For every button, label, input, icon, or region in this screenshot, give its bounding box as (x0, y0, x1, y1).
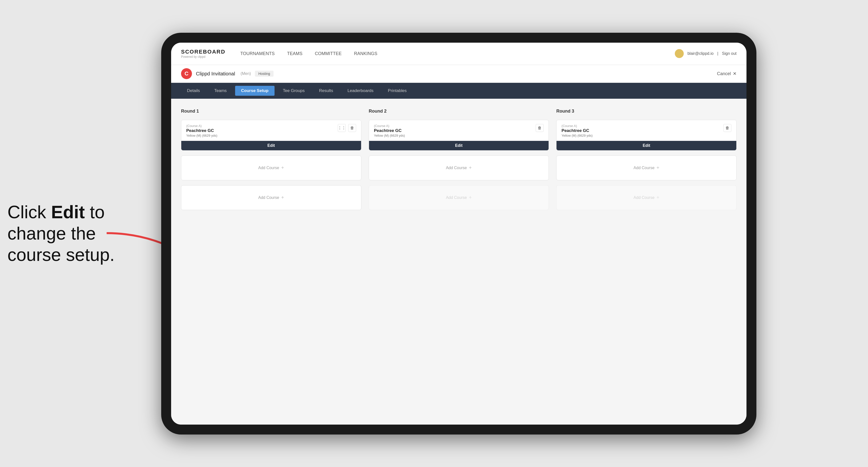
round-1-course-actions: ⋮⋮ 🗑 (338, 124, 356, 132)
tournament-gender: (Men) (241, 71, 251, 76)
nav-tournaments[interactable]: TOURNAMENTS (240, 51, 275, 56)
rounds-grid: Round 1 (Course A) Peachtree GC Yellow (… (181, 108, 737, 210)
tab-leaderboards[interactable]: Leaderboards (341, 86, 379, 96)
round-2-course-header: (Course A) Peachtree GC Yellow (M) (6629… (369, 120, 549, 141)
round-3-course-card: (Course A) Peachtree GC Yellow (M) (6629… (556, 120, 737, 151)
sign-out-separator: | (717, 51, 718, 56)
round-2-course-label: (Course A) (374, 124, 405, 128)
round-1-add-course-2[interactable]: Add Course + (181, 185, 361, 210)
round-3-course-actions: 🗑 (723, 124, 731, 132)
round-3-add-course-2: Add Course + (556, 185, 737, 210)
nav-teams[interactable]: TEAMS (287, 51, 303, 56)
user-email: blair@clippd.io (687, 51, 713, 56)
round-1-add-course-2-label: Add Course (258, 195, 279, 200)
round-3-add-plus-1-icon: + (656, 165, 659, 170)
round-2-delete-icon[interactable]: 🗑 (536, 124, 544, 132)
round-1-title: Round 1 (181, 108, 361, 114)
round-1-course-header: (Course A) Peachtree GC Yellow (M) (6629… (181, 120, 361, 141)
instruction-text: Click Edit tochange thecourse setup. (7, 201, 115, 266)
tab-details[interactable]: Details (181, 86, 206, 96)
tab-tee-groups[interactable]: Tee Groups (277, 86, 311, 96)
instruction-prefix: Click (7, 202, 51, 222)
round-2-title: Round 2 (369, 108, 549, 114)
tab-printables[interactable]: Printables (382, 86, 413, 96)
main-content: Round 1 (Course A) Peachtree GC Yellow (… (171, 99, 746, 425)
round-1-course-tee: Yellow (M) (6629 yds) (186, 134, 217, 137)
round-1-course-card: (Course A) Peachtree GC Yellow (M) (6629… (181, 120, 361, 151)
tournament-name: Clippd Invitational (196, 71, 235, 76)
round-3-delete-icon[interactable]: 🗑 (723, 124, 731, 132)
nav-links: TOURNAMENTS TEAMS COMMITTEE RANKINGS (240, 51, 675, 56)
tab-course-setup[interactable]: Course Setup (235, 86, 275, 96)
round-3-add-plus-2-icon: + (656, 195, 659, 200)
round-2-add-course-2-label: Add Course (446, 195, 467, 200)
round-3-course-tee: Yellow (M) (6629 yds) (561, 134, 592, 137)
round-3-course-label: (Course A) (561, 124, 592, 128)
nav-rankings[interactable]: RANKINGS (354, 51, 377, 56)
round-1-course-label: (Course A) (186, 124, 217, 128)
brand-icon: C (181, 68, 192, 79)
round-2-add-course-1[interactable]: Add Course + (369, 156, 549, 180)
tab-results[interactable]: Results (313, 86, 339, 96)
cancel-button[interactable]: Cancel ✕ (717, 71, 737, 76)
round-3-course-info: (Course A) Peachtree GC Yellow (M) (6629… (561, 124, 592, 137)
round-2-course-card: (Course A) Peachtree GC Yellow (M) (6629… (369, 120, 549, 151)
round-1-add-course-1[interactable]: Add Course + (181, 156, 361, 180)
round-1-add-plus-1-icon: + (281, 165, 284, 170)
tablet-screen: SCOREBOARD Powered by clippd TOURNAMENTS… (171, 43, 746, 425)
round-2-add-plus-1-icon: + (469, 165, 472, 170)
sub-header: C Clippd Invitational (Men) Hosting Canc… (171, 65, 746, 83)
cancel-icon: ✕ (733, 71, 737, 76)
user-avatar (675, 49, 684, 58)
round-2-add-course-1-label: Add Course (446, 166, 467, 170)
top-navigation: SCOREBOARD Powered by clippd TOURNAMENTS… (171, 43, 746, 65)
user-area: blair@clippd.io | Sign out (675, 49, 737, 58)
tablet-device: SCOREBOARD Powered by clippd TOURNAMENTS… (161, 33, 756, 435)
round-3-course-header: (Course A) Peachtree GC Yellow (M) (6629… (557, 120, 736, 141)
round-2-course-name: Peachtree GC (374, 128, 405, 133)
logo-area: SCOREBOARD Powered by clippd (181, 49, 225, 59)
sub-header-left: C Clippd Invitational (Men) Hosting (181, 68, 274, 79)
round-3-course-name: Peachtree GC (561, 128, 592, 133)
tab-bar: Details Teams Course Setup Tee Groups Re… (171, 83, 746, 99)
round-1-add-plus-2-icon: + (281, 195, 284, 200)
cancel-label: Cancel (717, 71, 731, 76)
round-2-course-info: (Course A) Peachtree GC Yellow (M) (6629… (374, 124, 405, 137)
round-1-add-course-1-label: Add Course (258, 166, 279, 170)
instruction-bold: Edit (51, 202, 85, 222)
sign-out-link[interactable]: Sign out (722, 51, 737, 56)
tab-teams[interactable]: Teams (208, 86, 232, 96)
round-3-title: Round 3 (556, 108, 737, 114)
hosting-badge: Hosting (255, 71, 274, 76)
round-2-column: Round 2 (Course A) Peachtree GC Yellow (… (369, 108, 549, 210)
round-1-edit-button[interactable]: Edit (181, 141, 361, 150)
round-1-course-info: (Course A) Peachtree GC Yellow (M) (6629… (186, 124, 217, 137)
round-3-add-course-2-label: Add Course (633, 195, 655, 200)
round-3-add-course-1-label: Add Course (633, 166, 655, 170)
logo-subtitle: Powered by clippd (181, 55, 225, 59)
round-1-delete-icon[interactable]: 🗑 (348, 124, 356, 132)
round-1-column: Round 1 (Course A) Peachtree GC Yellow (… (181, 108, 361, 210)
round-3-edit-button[interactable]: Edit (557, 141, 736, 150)
round-3-add-course-1[interactable]: Add Course + (556, 156, 737, 180)
nav-committee[interactable]: COMMITTEE (315, 51, 342, 56)
round-2-add-plus-2-icon: + (469, 195, 472, 200)
round-2-course-actions: 🗑 (536, 124, 544, 132)
round-3-column: Round 3 (Course A) Peachtree GC Yellow (… (556, 108, 737, 210)
round-2-add-course-2: Add Course + (369, 185, 549, 210)
logo-title: SCOREBOARD (181, 49, 225, 55)
round-2-edit-button[interactable]: Edit (369, 141, 549, 150)
round-2-course-tee: Yellow (M) (6629 yds) (374, 134, 405, 137)
round-1-course-name: Peachtree GC (186, 128, 217, 133)
round-1-drag-icon[interactable]: ⋮⋮ (338, 124, 346, 132)
